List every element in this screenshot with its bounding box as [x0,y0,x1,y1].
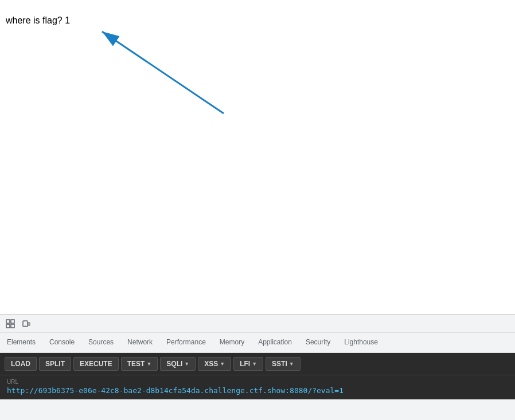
inspect-element-button[interactable] [2,316,18,332]
svg-rect-4 [6,324,10,328]
devtools-panel: Elements Console Sources Network Perform… [0,314,515,420]
test-button[interactable]: TEST ▼ [121,357,158,371]
tab-console[interactable]: Console [42,333,81,353]
ssti-dropdown-arrow: ▼ [289,361,294,367]
tab-security[interactable]: Security [299,333,337,353]
svg-rect-7 [28,323,30,325]
tab-application[interactable]: Application [251,333,299,353]
svg-point-8 [25,325,25,325]
url-value: http://693b6375-e06e-42c8-bae2-d8b14cfa5… [7,386,508,395]
tab-network[interactable]: Network [120,333,159,353]
lfi-button[interactable]: LFI ▼ [233,357,263,371]
sqli-dropdown-arrow: ▼ [184,361,189,367]
browser-content-area: where is flag? 1 [0,0,515,314]
svg-rect-5 [11,324,14,328]
sqli-button[interactable]: SQLI ▼ [160,357,196,371]
tab-elements[interactable]: Elements [0,333,42,353]
tab-performance[interactable]: Performance [159,333,213,353]
test-dropdown-arrow: ▼ [146,361,151,367]
svg-line-1 [102,32,224,113]
load-button[interactable]: LOAD [5,357,37,371]
svg-rect-3 [11,320,14,323]
svg-rect-2 [6,320,10,323]
lfi-dropdown-arrow: ▼ [252,361,257,367]
url-bar: URL http://693b6375-e06e-42c8-bae2-d8b14… [0,375,515,399]
arrow-annotation [0,0,515,314]
devtools-tabs: Elements Console Sources Network Perform… [0,333,515,353]
page-text: where is flag? 1 [6,15,70,26]
tab-sources[interactable]: Sources [81,333,120,353]
split-button[interactable]: SPLIT [39,357,71,371]
xss-button[interactable]: XSS ▼ [198,357,231,371]
device-toggle-button[interactable] [18,316,34,332]
xss-dropdown-arrow: ▼ [220,361,225,367]
devtools-topbar [0,315,515,333]
tab-memory[interactable]: Memory [213,333,251,353]
url-label: URL [7,379,508,385]
ssti-button[interactable]: SSTI ▼ [266,357,301,371]
custom-toolbar: LOAD SPLIT EXECUTE TEST ▼ SQLI ▼ XSS ▼ L… [0,353,515,375]
tab-lighthouse[interactable]: Lighthouse [337,333,385,353]
execute-button[interactable]: EXECUTE [73,357,119,371]
